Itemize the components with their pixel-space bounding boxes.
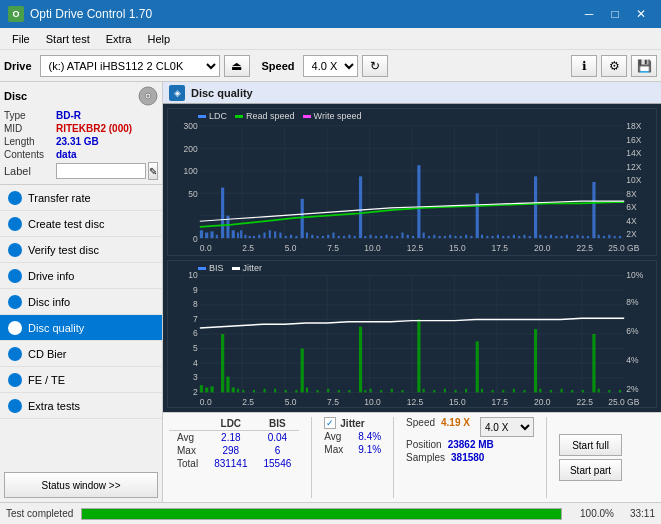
svg-rect-147 [221,334,224,392]
disc-info-icon [8,295,22,309]
sidebar-item-cd-bier[interactable]: CD Bier [0,341,162,367]
jitter-max-row: Max 9.1% [324,444,381,455]
svg-rect-59 [407,235,409,238]
info-button[interactable]: ℹ [571,55,597,77]
svg-text:8: 8 [193,299,198,310]
stats-bis-header: BIS [256,417,300,431]
svg-rect-83 [534,176,537,238]
ldc-legend-item: LDC [198,111,227,121]
drive-select[interactable]: (k:) ATAPI iHBS112 2 CL0K [40,55,220,77]
svg-text:14X: 14X [626,148,641,158]
stats-ldc-header: LDC [206,417,255,431]
svg-text:50: 50 [188,188,198,198]
svg-rect-60 [412,236,414,238]
disc-label-btn[interactable]: ✎ [148,162,158,180]
sidebar-item-transfer-rate[interactable]: Transfer rate [0,185,162,211]
position-key: Position [406,439,442,450]
start-part-button[interactable]: Start part [559,459,622,481]
minimize-button[interactable]: ─ [577,5,601,23]
sidebar-item-create-test-disc-label: Create test disc [28,218,104,230]
sidebar-item-cd-bier-label: CD Bier [28,348,67,360]
svg-rect-19 [200,230,203,238]
menu-extra[interactable]: Extra [98,31,140,47]
sidebar-item-drive-info[interactable]: Drive info [0,263,162,289]
svg-rect-78 [507,236,509,238]
disc-icon [138,86,158,106]
disc-panel: Disc Type BD-R MID RITEKBR2 (000) Lengt [0,82,162,185]
sidebar-item-fe-te-label: FE / TE [28,374,65,386]
svg-rect-152 [253,390,255,392]
svg-rect-54 [380,236,382,238]
samples-value: 381580 [451,452,484,463]
sidebar-item-extra-tests-label: Extra tests [28,400,80,412]
eject-button[interactable]: ⏏ [224,55,250,77]
svg-rect-150 [237,389,239,393]
speed-row: Speed 4.19 X 4.0 X [406,417,534,437]
menu-help[interactable]: Help [139,31,178,47]
sidebar-item-disc-info[interactable]: Disc info [0,289,162,315]
svg-rect-73 [481,235,483,238]
svg-rect-37 [290,235,292,238]
svg-rect-74 [486,236,488,238]
bis-legend: BIS Jitter [198,263,262,273]
save-button[interactable]: 💾 [631,55,657,77]
title-bar-title: Opti Drive Control 1.70 [30,7,152,21]
ldc-chart-svg: 300 200 100 50 0 18X 16X 14X 12X 10X 8X … [168,109,656,255]
sidebar-item-disc-quality[interactable]: Disc quality [0,315,162,341]
svg-text:5.0: 5.0 [285,242,297,252]
svg-rect-87 [555,236,557,238]
svg-rect-88 [561,236,563,238]
fe-te-icon [8,373,22,387]
menu-bar: File Start test Extra Help [0,28,661,50]
svg-rect-189 [608,390,610,392]
svg-text:10%: 10% [626,270,643,281]
sidebar-item-fe-te[interactable]: FE / TE [0,367,162,393]
svg-rect-161 [338,390,340,392]
svg-rect-72 [476,193,479,238]
start-full-button[interactable]: Start full [559,434,622,456]
svg-rect-153 [263,389,265,393]
svg-rect-34 [274,231,276,238]
sidebar-item-create-test-disc[interactable]: Create test disc [0,211,162,237]
sidebar-item-extra-tests[interactable]: Extra tests [0,393,162,419]
disc-contents-key: Contents [4,149,56,160]
svg-point-2 [147,95,150,98]
menu-start-test[interactable]: Start test [38,31,98,47]
stats-bis-max: 6 [256,444,300,457]
svg-rect-48 [348,235,350,238]
svg-rect-46 [338,236,340,238]
status-window-button[interactable]: Status window >> [4,472,158,498]
disc-quality-header: ◈ Disc quality [163,82,661,104]
disc-header-label: Disc [4,90,27,102]
main: Disc Type BD-R MID RITEKBR2 (000) Lengt [0,82,661,502]
status-text: Test completed [6,508,73,519]
svg-rect-92 [582,236,584,238]
sidebar-item-verify-test-disc[interactable]: Verify test disc [0,237,162,263]
svg-rect-96 [603,236,605,238]
create-test-disc-icon [8,217,22,231]
svg-text:22.5: 22.5 [576,242,593,252]
svg-rect-94 [592,182,595,238]
status-percent: 100.0% [574,508,614,519]
svg-rect-146 [210,386,213,392]
samples-row: Samples 381580 [406,452,534,463]
jitter-checkbox[interactable]: ✓ [324,417,336,429]
position-row: Position 23862 MB [406,439,534,450]
disc-label-input[interactable] [56,163,146,179]
menu-file[interactable]: File [4,31,38,47]
svg-rect-187 [592,334,595,392]
svg-rect-178 [502,390,504,392]
svg-rect-53 [375,236,377,238]
close-button[interactable]: ✕ [629,5,653,23]
svg-rect-65 [439,236,441,238]
settings-button[interactable]: ⚙ [601,55,627,77]
maximize-button[interactable]: □ [603,5,627,23]
svg-rect-89 [566,235,568,238]
svg-rect-167 [391,389,393,393]
svg-text:17.5: 17.5 [492,242,509,252]
svg-rect-49 [354,236,356,238]
speed-select-toolbar[interactable]: 4.0 X [303,55,358,77]
refresh-button[interactable]: ↻ [362,55,388,77]
svg-rect-97 [608,235,610,238]
speed-select-stats[interactable]: 4.0 X [480,417,534,437]
